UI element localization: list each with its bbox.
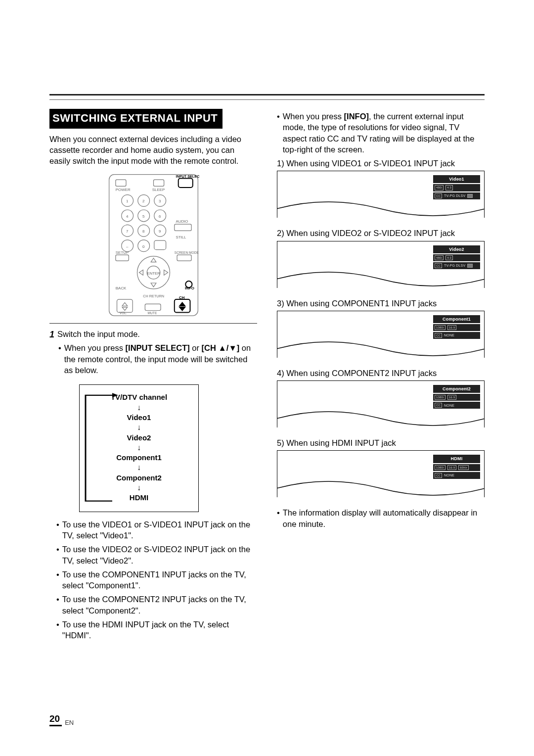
bullet-dot bbox=[277, 111, 280, 155]
svg-rect-30 bbox=[174, 225, 191, 231]
info-note: When you press [INFO], the current exter… bbox=[277, 111, 485, 155]
screen-example: 4) When using COMPONENT2 INPUT jacks Com… bbox=[277, 368, 485, 427]
osd-info-box: Video1 480i4:3 CCTV-PG DLSV bbox=[433, 175, 480, 200]
svg-rect-5 bbox=[178, 179, 192, 188]
svg-marker-55 bbox=[179, 303, 185, 306]
svg-text:INPUT SELECT: INPUT SELECT bbox=[176, 175, 199, 179]
remote-diagram: POWER SLEEP INPUT SELECT 1 2 3 4 5 6 7 8… bbox=[108, 173, 199, 317]
step-number: 1 bbox=[49, 329, 54, 340]
step-1-detail-text: When you press [INPUT SELECT] or [CH ▲/▼… bbox=[64, 342, 257, 376]
screen-diagram: Component2 1080i16:9 CCNONE bbox=[277, 380, 485, 427]
bullet-dot bbox=[58, 342, 61, 376]
screen-example: 3) When using COMPONENT1 INPUT jacks Com… bbox=[277, 298, 485, 358]
svg-text:7: 7 bbox=[126, 230, 128, 234]
svg-text:3: 3 bbox=[159, 199, 161, 204]
svg-marker-42 bbox=[139, 270, 143, 276]
step-1: 1 Switch the input mode. bbox=[49, 329, 257, 340]
screen-diagram: HDMI 1080i16:960Hz CCNONE bbox=[277, 450, 485, 497]
svg-text:ENTER: ENTER bbox=[147, 271, 160, 276]
two-column-layout: SWITCHING EXTERNAL INPUT When you connec… bbox=[49, 109, 485, 641]
svg-rect-33 bbox=[115, 255, 128, 261]
screen-example: 2) When using VIDEO2 or S-VIDEO2 INPUT j… bbox=[277, 228, 485, 287]
flow-item: Component2 bbox=[80, 473, 198, 483]
osd-title: Video2 bbox=[433, 245, 480, 253]
screen-caption: 1) When using VIDEO1 or S-VIDEO1 INPUT j… bbox=[277, 158, 485, 169]
flow-item: Video1 bbox=[80, 413, 198, 423]
down-arrow-icon: ↓ bbox=[80, 404, 198, 411]
osd-title: Component2 bbox=[433, 385, 480, 393]
screen-diagram: Video1 480i4:3 CCTV-PG DLSV bbox=[277, 171, 485, 218]
left-column: SWITCHING EXTERNAL INPUT When you connec… bbox=[49, 109, 257, 641]
svg-text:SETUP: SETUP bbox=[115, 250, 128, 255]
svg-text:POWER: POWER bbox=[115, 188, 130, 192]
svg-text:CH: CH bbox=[179, 295, 185, 300]
svg-text:5: 5 bbox=[142, 214, 145, 219]
bullet-dot bbox=[56, 569, 59, 591]
svg-rect-29 bbox=[154, 241, 166, 250]
svg-text:AUDIO: AUDIO bbox=[176, 220, 188, 224]
svg-text:6: 6 bbox=[159, 214, 161, 219]
flow-item: Component1 bbox=[80, 453, 198, 463]
down-arrow-icon: ↓ bbox=[80, 464, 198, 471]
down-arrow-icon: ↓ bbox=[80, 424, 198, 431]
screen-caption: 3) When using COMPONENT1 INPUT jacks bbox=[277, 298, 485, 309]
rating-icon bbox=[467, 264, 473, 268]
right-column: When you press [INFO], the current exter… bbox=[277, 109, 485, 641]
page-footer: 20 EN bbox=[49, 713, 74, 726]
use-note: To use the VIDEO2 or S-VIDEO2 INPUT jack… bbox=[62, 544, 257, 566]
svg-text:BACK: BACK bbox=[115, 286, 126, 291]
down-arrow-icon: ↓ bbox=[80, 484, 198, 491]
svg-text:SCREEN MODE: SCREEN MODE bbox=[174, 251, 199, 254]
flow-item: Video2 bbox=[80, 433, 198, 443]
use-note: To use the COMPONENT1 INPUT jacks on the… bbox=[62, 569, 257, 591]
screen-caption: 5) When using HDMI INPUT jack bbox=[277, 437, 485, 448]
screen-caption: 2) When using VIDEO2 or S-VIDEO2 INPUT j… bbox=[277, 228, 485, 238]
auto-disappear-note: The information display will automatical… bbox=[277, 507, 485, 529]
osd-title: HDMI bbox=[433, 455, 480, 463]
svg-marker-49 bbox=[122, 303, 128, 306]
divider bbox=[49, 323, 257, 324]
bullet-dot bbox=[56, 544, 59, 566]
screen-diagram: Component1 1080i16:9 CCNONE bbox=[277, 311, 485, 358]
page-number: 20 bbox=[49, 713, 62, 726]
screen-diagram: Video2 480i4:3 CCTV-PG DLSV bbox=[277, 241, 485, 288]
top-rule bbox=[49, 94, 485, 100]
svg-text:1: 1 bbox=[126, 199, 129, 204]
svg-text:SLEEP: SLEEP bbox=[152, 188, 165, 192]
use-note: To use the HDMI INPUT jack on the TV, se… bbox=[62, 619, 257, 641]
section-heading: SWITCHING EXTERNAL INPUT bbox=[49, 109, 222, 129]
use-note: To use the COMPONENT2 INPUT jacks on the… bbox=[62, 594, 257, 616]
page-language: EN bbox=[65, 719, 74, 726]
bullet-dot bbox=[56, 594, 59, 616]
osd-info-box: Video2 480i4:3 CCTV-PG DLSV bbox=[433, 245, 480, 270]
page: SWITCHING EXTERNAL INPUT When you connec… bbox=[0, 0, 534, 756]
bullet-dot bbox=[56, 519, 59, 541]
step-1-detail: When you press [INPUT SELECT] or [CH ▲/▼… bbox=[58, 342, 257, 376]
svg-text:VOL.: VOL. bbox=[119, 312, 127, 315]
svg-text:9: 9 bbox=[159, 230, 161, 234]
screen-caption: 4) When using COMPONENT2 INPUT jacks bbox=[277, 368, 485, 378]
flow-item: HDMI bbox=[80, 493, 198, 503]
svg-rect-3 bbox=[153, 180, 164, 187]
down-arrow-icon: ↓ bbox=[80, 444, 198, 451]
osd-title: Video1 bbox=[433, 175, 480, 183]
svg-text:2: 2 bbox=[142, 199, 144, 204]
use-notes: To use the VIDEO1 or S-VIDEO1 INPUT jack… bbox=[49, 519, 257, 641]
osd-info-box: Component1 1080i16:9 CCNONE bbox=[433, 315, 480, 340]
svg-rect-35 bbox=[177, 255, 191, 261]
svg-text:4: 4 bbox=[126, 214, 129, 219]
svg-marker-50 bbox=[122, 307, 128, 311]
osd-info-box: Component2 1080i16:9 CCNONE bbox=[433, 385, 480, 410]
auto-disappear-text: The information display will automatical… bbox=[283, 507, 485, 529]
bullet-dot bbox=[56, 619, 59, 641]
rating-icon bbox=[467, 194, 473, 198]
svg-text:8: 8 bbox=[142, 230, 145, 234]
screen-example: 1) When using VIDEO1 or S-VIDEO1 INPUT j… bbox=[277, 158, 485, 218]
svg-marker-40 bbox=[151, 258, 156, 262]
svg-marker-41 bbox=[151, 283, 156, 287]
info-note-text: When you press [INFO], the current exter… bbox=[283, 111, 485, 155]
svg-rect-1 bbox=[115, 180, 126, 187]
svg-text:STILL: STILL bbox=[176, 236, 186, 240]
svg-text:CH RETURN: CH RETURN bbox=[143, 294, 164, 299]
flow-item: TV/DTV channel bbox=[80, 392, 198, 402]
